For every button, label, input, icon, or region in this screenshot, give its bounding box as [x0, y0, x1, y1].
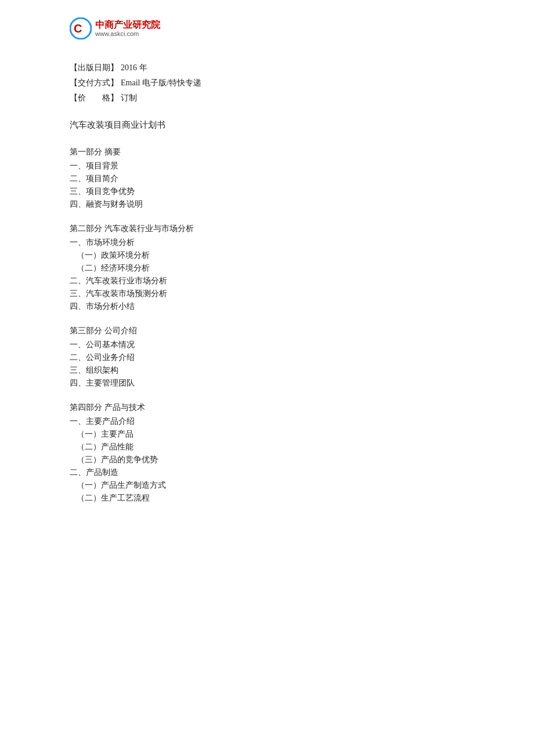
section-2-item-1: 二、公司业务介绍	[70, 352, 464, 363]
logo-name: 中商产业研究院	[95, 19, 160, 30]
section-group-0: 第一部分 摘要一、项目背景二、项目简介三、项目竞争优势四、融资与财务说明	[70, 147, 464, 210]
publish-date-label: 【出版日期】	[70, 63, 118, 73]
section-2-item-2: 三、组织架构	[70, 365, 464, 376]
logo-url: www.askci.com	[95, 30, 160, 38]
publish-date-row: 【出版日期】 2016 年	[70, 63, 464, 73]
section-group-3: 第四部分 产品与技术一、主要产品介绍（一）主要产品（二）产品性能（三）产品的竞争…	[70, 402, 464, 503]
doc-title: 汽车改装项目商业计划书	[70, 120, 464, 131]
section-group-1: 第二部分 汽车改装行业与市场分析一、市场环境分析（一）政策环境分析（二）经济环境…	[70, 224, 464, 312]
delivery-row: 【交付方式】 Email 电子版/特快专递	[70, 78, 464, 88]
section-3-item-0: 一、主要产品介绍	[70, 416, 464, 427]
publish-date-value: 2016 年	[121, 63, 147, 73]
section-0-item-0: 一、项目背景	[70, 161, 464, 171]
sections-container: 第一部分 摘要一、项目背景二、项目简介三、项目竞争优势四、融资与财务说明第二部分…	[70, 147, 464, 503]
delivery-value: Email 电子版/特快专递	[121, 78, 201, 88]
section-3-item-4: 二、产品制造	[70, 467, 464, 478]
info-block: 【出版日期】 2016 年 【交付方式】 Email 电子版/特快专递 【价 格…	[70, 63, 464, 103]
section-header-1: 第二部分 汽车改装行业与市场分析	[70, 224, 464, 234]
logo-text-block: 中商产业研究院 www.askci.com	[95, 19, 160, 38]
section-2-item-0: 一、公司基本情况	[70, 340, 464, 350]
section-3-item-3: （三）产品的竞争优势	[70, 455, 464, 465]
logo-container: C 中商产业研究院 www.askci.com	[70, 17, 160, 39]
svg-text:C: C	[74, 22, 82, 35]
header: C 中商产业研究院 www.askci.com	[70, 17, 464, 39]
section-header-3: 第四部分 产品与技术	[70, 402, 464, 413]
logo-icon: C	[70, 17, 92, 39]
section-1-item-2: （二）经济环境分析	[70, 263, 464, 273]
section-0-item-2: 三、项目竞争优势	[70, 186, 464, 197]
section-3-item-1: （一）主要产品	[70, 429, 464, 440]
section-2-item-3: 四、主要管理团队	[70, 378, 464, 388]
section-0-item-1: 二、项目简介	[70, 174, 464, 184]
price-row: 【价 格】 订制	[70, 93, 464, 103]
delivery-label: 【交付方式】	[70, 78, 118, 88]
section-3-item-2: （二）产品性能	[70, 442, 464, 452]
section-3-item-5: （一）产品生产制造方式	[70, 480, 464, 491]
page-container: C 中商产业研究院 www.askci.com 【出版日期】 2016 年 【交…	[0, 0, 534, 756]
section-group-2: 第三部分 公司介绍一、公司基本情况二、公司业务介绍三、组织架构四、主要管理团队	[70, 326, 464, 388]
section-1-item-1: （一）政策环境分析	[70, 250, 464, 261]
section-header-0: 第一部分 摘要	[70, 147, 464, 157]
price-value: 订制	[121, 93, 137, 103]
section-1-item-5: 四、市场分析小结	[70, 301, 464, 312]
section-3-item-6: （二）生产工艺流程	[70, 493, 464, 503]
section-0-item-3: 四、融资与财务说明	[70, 199, 464, 210]
section-header-2: 第三部分 公司介绍	[70, 326, 464, 336]
section-1-item-0: 一、市场环境分析	[70, 237, 464, 248]
section-1-item-3: 二、汽车改装行业市场分析	[70, 276, 464, 286]
section-1-item-4: 三、汽车改装市场预测分析	[70, 289, 464, 299]
price-label: 【价 格】	[70, 93, 118, 103]
